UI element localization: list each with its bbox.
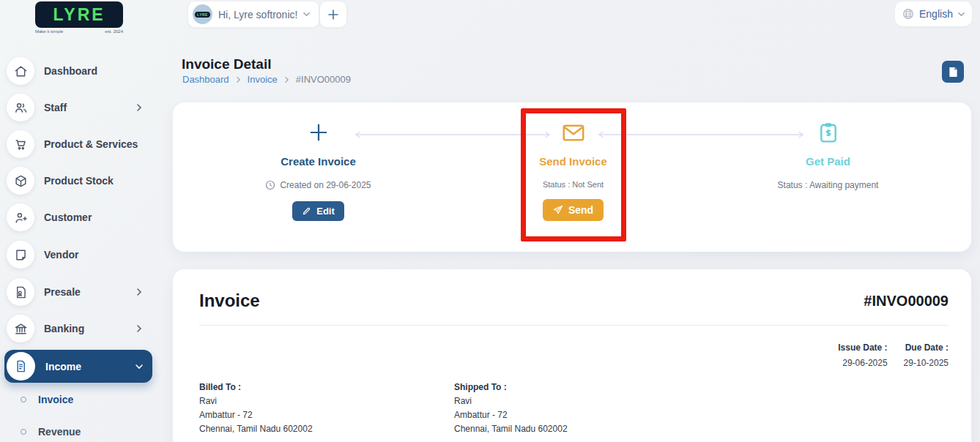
divider <box>199 325 949 326</box>
sidebar-item-vendor[interactable]: Vendor <box>0 236 158 273</box>
sidebar-item-label: Vendor <box>44 249 78 261</box>
file-badge-icon <box>7 278 34 306</box>
avatar: LYRE <box>193 4 212 24</box>
sidebar-item-presale[interactable]: Presale <box>0 274 158 310</box>
invoice-card: Invoice #INVO00009 Issue Date : 29-06-20… <box>173 269 971 442</box>
step-create-invoice: Create Invoice Created on 29-06-2025 Edi… <box>190 102 446 221</box>
sidebar-item-label: Presale <box>44 286 81 298</box>
add-button[interactable] <box>319 1 347 28</box>
chevron-right-icon <box>236 76 241 83</box>
pencil-icon <box>302 206 311 216</box>
bank-icon <box>7 315 34 342</box>
sidebar: LYRE Make it simple est. 2024 Dashboard … <box>0 0 158 442</box>
chevron-right-icon <box>136 324 142 333</box>
sidebar-item-product-services[interactable]: Product & Services <box>0 126 158 162</box>
step-title: Create Invoice <box>281 155 356 168</box>
sidebar-item-staff[interactable]: Staff <box>0 89 158 126</box>
breadcrumb-invoice[interactable]: Invoice <box>248 74 278 85</box>
plus-icon <box>327 9 339 20</box>
sidebar-item-label: Banking <box>44 323 84 334</box>
send-button[interactable]: Send <box>543 199 604 221</box>
sidebar-item-label: Product Stock <box>44 175 114 187</box>
step-status: Status : Awaiting payment <box>778 180 879 190</box>
step-title: Get Paid <box>806 155 850 168</box>
language-selector[interactable]: English <box>895 1 972 26</box>
clock-icon <box>265 180 275 190</box>
envelope-icon <box>563 121 584 144</box>
step-send-invoice: Send Invoice Status : Not Sent Send <box>445 102 701 221</box>
bullet-icon <box>21 397 26 402</box>
chevron-down-icon <box>303 10 310 18</box>
avatar-logo: LYRE <box>195 12 210 18</box>
bullet-icon <box>21 429 26 435</box>
sidebar-subitem-revenue[interactable]: Revenue <box>0 423 158 441</box>
document-button[interactable] <box>942 61 964 83</box>
sidebar-subitem-label: Invoice <box>38 394 73 405</box>
sidebar-item-label: Staff <box>44 102 67 113</box>
page-icon <box>949 67 958 78</box>
plus-icon <box>308 121 329 144</box>
step-status: Status : Not Sent <box>543 180 604 189</box>
sidebar-item-income[interactable]: Income <box>4 350 152 383</box>
cart-icon <box>7 130 34 158</box>
file-invoice-icon <box>7 352 35 381</box>
paper-plane-icon <box>553 205 563 215</box>
box-icon <box>7 167 34 195</box>
shipped-to-block: Shipped To : Ravi Ambattur - 72 Chennai,… <box>454 383 568 439</box>
sidebar-subitem-label: Revenue <box>38 426 81 438</box>
app-root: LYRE Make it simple est. 2024 Dashboard … <box>0 0 980 442</box>
sidebar-item-customer[interactable]: Customer <box>0 199 158 236</box>
app-logo[interactable]: LYRE <box>35 1 123 28</box>
sidebar-item-banking[interactable]: Banking <box>0 310 158 347</box>
sidebar-item-label: Dashboard <box>44 65 97 77</box>
globe-icon <box>902 8 914 20</box>
chevron-right-icon <box>136 288 142 296</box>
logo-est: est. 2024 <box>105 29 123 34</box>
user-menu[interactable]: LYRE Hi, Lyre softronic! <box>188 1 319 28</box>
logo-tagline: Make it simple <box>35 29 63 34</box>
sidebar-item-label: Customer <box>44 211 92 223</box>
sidebar-subitem-invoice[interactable]: Invoice <box>0 391 158 408</box>
chevron-right-icon <box>284 76 289 83</box>
invoice-paid-icon <box>820 121 837 144</box>
invoice-number: #INVO00009 <box>864 293 949 310</box>
step-title: Send Invoice <box>539 155 607 168</box>
breadcrumb: Dashboard Invoice #INVO00009 <box>182 74 351 85</box>
sidebar-item-dashboard[interactable]: Dashboard <box>0 53 158 89</box>
chevron-down-icon <box>136 362 142 371</box>
step-status: Created on 29-06-2025 <box>265 180 371 190</box>
invoice-dates: Issue Date : 29-06-2025 Due Date : 29-10… <box>838 342 949 368</box>
step-get-paid: Get Paid Status : Awaiting payment <box>700 102 956 190</box>
chevron-right-icon <box>136 103 142 112</box>
invoice-title: Invoice <box>199 291 260 311</box>
edit-button[interactable]: Edit <box>292 201 344 221</box>
sidebar-item-product-stock[interactable]: Product Stock <box>0 162 158 199</box>
sidebar-item-label: Income <box>45 361 81 372</box>
user-greeting: Hi, Lyre softronic! <box>218 9 297 20</box>
sidebar-item-label: Product & Services <box>44 138 138 150</box>
breadcrumb-dashboard[interactable]: Dashboard <box>182 74 229 85</box>
home-icon <box>7 57 34 85</box>
breadcrumb-current: #INVO00009 <box>296 74 351 85</box>
billed-to-block: Billed To : Ravi Ambattur - 72 Chennai, … <box>199 383 313 439</box>
page-title: Invoice Detail <box>182 56 272 72</box>
logo-subtitle: Make it simple est. 2024 <box>35 29 123 34</box>
logo-text: LYRE <box>53 5 105 25</box>
language-label: English <box>919 8 953 20</box>
due-date: Due Date : 29-10-2025 <box>904 342 949 368</box>
chevron-down-icon <box>958 10 965 18</box>
issue-date: Issue Date : 29-06-2025 <box>838 342 887 368</box>
note-icon <box>7 241 34 269</box>
user-plus-icon <box>7 203 34 231</box>
users-icon <box>7 94 34 121</box>
